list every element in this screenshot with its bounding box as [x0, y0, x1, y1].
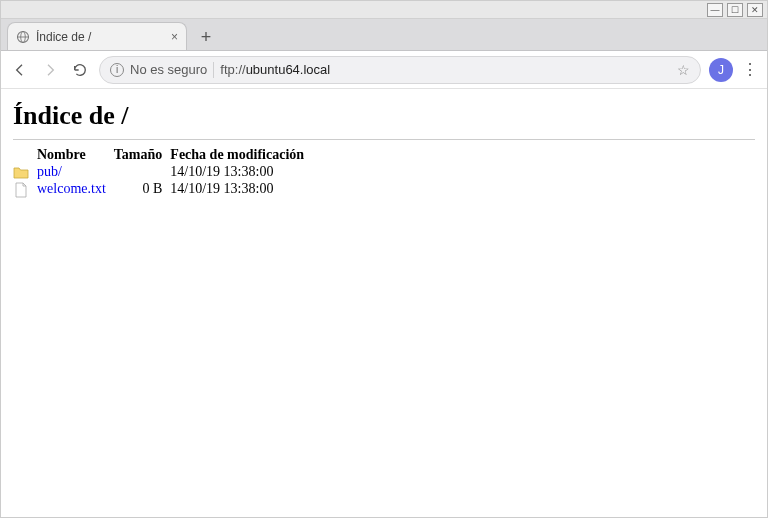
globe-icon [16, 30, 30, 44]
separator [213, 62, 214, 78]
back-button[interactable] [9, 59, 31, 81]
url-host: ubuntu64.local [246, 62, 331, 77]
file-icon [13, 182, 29, 198]
security-label: No es seguro [130, 62, 207, 77]
page-heading: Índice de / [13, 101, 755, 131]
window-maximize-button[interactable]: ☐ [727, 3, 743, 17]
tab-close-icon[interactable]: × [171, 30, 178, 44]
browser-toolbar: i No es seguro ftp://ubuntu64.local ☆ J … [1, 51, 767, 89]
page-content: Índice de / Nombre Tamaño Fecha de modif… [1, 89, 767, 206]
window-controls: — ☐ ✕ [1, 1, 767, 19]
entry-size [114, 164, 171, 181]
profile-avatar[interactable]: J [709, 58, 733, 82]
bookmark-star-icon[interactable]: ☆ [677, 62, 690, 78]
col-icon [13, 146, 37, 164]
entry-size: 0 B [114, 181, 171, 198]
table-row: pub/ 14/10/19 13:38:00 [13, 164, 312, 181]
watermark: comoinstalar.me [684, 512, 768, 518]
col-modified-header: Fecha de modificación [170, 146, 312, 164]
info-icon: i [110, 63, 124, 77]
browser-tab[interactable]: Índice de / × [7, 22, 187, 50]
table-row: welcome.txt 0 B 14/10/19 13:38:00 [13, 181, 312, 198]
reload-button[interactable] [69, 59, 91, 81]
folder-icon [13, 165, 29, 181]
browser-menu-button[interactable]: ⋮ [741, 60, 759, 79]
tab-title: Índice de / [36, 30, 165, 44]
col-name-header: Nombre [37, 146, 114, 164]
col-size-header: Tamaño [114, 146, 171, 164]
entry-modified: 14/10/19 13:38:00 [170, 164, 312, 181]
directory-listing: Nombre Tamaño Fecha de modificación pub/… [13, 146, 312, 198]
address-bar[interactable]: i No es seguro ftp://ubuntu64.local ☆ [99, 56, 701, 84]
divider [13, 139, 755, 140]
url-scheme: ftp:// [220, 62, 245, 77]
entry-link[interactable]: pub/ [37, 164, 62, 179]
entry-modified: 14/10/19 13:38:00 [170, 181, 312, 198]
window-close-button[interactable]: ✕ [747, 3, 763, 17]
forward-button[interactable] [39, 59, 61, 81]
window-minimize-button[interactable]: — [707, 3, 723, 17]
tab-strip: Índice de / × + [1, 19, 767, 51]
new-tab-button[interactable]: + [193, 24, 219, 50]
entry-link[interactable]: welcome.txt [37, 181, 106, 196]
